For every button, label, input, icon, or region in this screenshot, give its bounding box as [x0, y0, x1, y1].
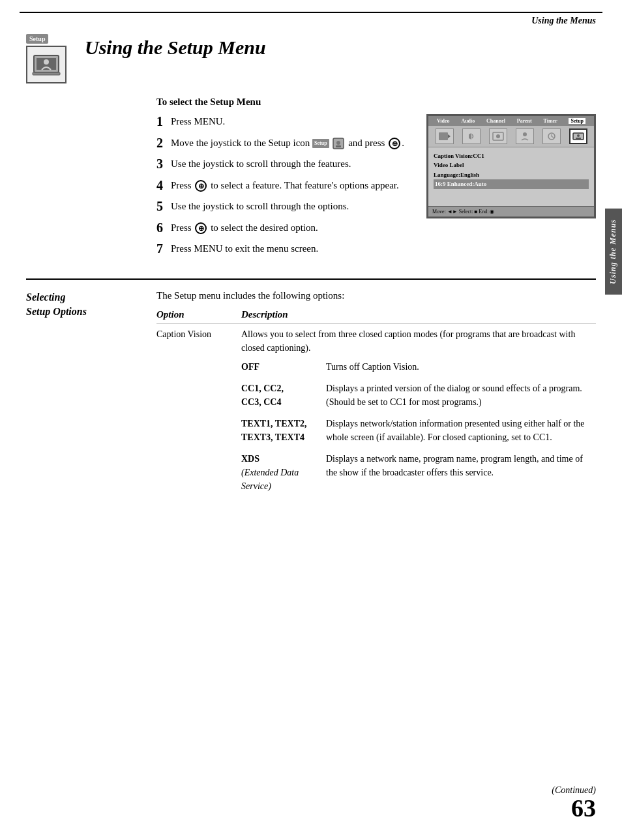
svg-point-14 — [577, 134, 580, 137]
tv-tab-audio: Audio — [461, 118, 475, 124]
tv-tab-timer: Timer — [544, 118, 557, 124]
tv-info-video: Video Label — [434, 160, 589, 170]
step-7: 7 Press MENU to exit the menu screen. — [156, 241, 413, 256]
options-table: Option Description Caption Vision Allows… — [156, 309, 596, 493]
section-label: Using the Menus — [0, 13, 622, 26]
step-num-4: 4 — [156, 178, 171, 192]
tv-tab-video: Video — [437, 118, 450, 124]
setup-icon-container: Setup — [26, 33, 73, 83]
sub-option-cc: CC1, CC2,CC3, CC4 Displays a printed ver… — [156, 382, 596, 409]
option-name-caption: Caption Vision — [156, 327, 241, 341]
step-2: 2 Move the joystick to the Setup icon Se… — [156, 136, 413, 151]
tv-icons-row — [428, 126, 594, 147]
tv-info: Caption Vision:CC1 Video Label Language:… — [428, 147, 594, 206]
step-num-3: 3 — [156, 157, 171, 171]
col-description-header: Description — [241, 309, 596, 320]
tv-info-ratio: 16:9 Enhanced:Auto — [434, 179, 589, 188]
step-num-7: 7 — [156, 241, 171, 256]
sub-option-name-text: TEXT1, TEXT2,TEXT3, TEXT4 — [241, 417, 326, 444]
selecting-left: Selecting Setup Options — [26, 290, 156, 501]
col-option-header: Option — [156, 309, 241, 320]
circle-btn-step4: ⊕ — [195, 180, 207, 192]
xds-italic-label: (Extended DataService) — [241, 468, 299, 491]
right-column: To select the Setup Menu 1 Press MENU. 2… — [156, 97, 596, 263]
instructions-list: 1 Press MENU. 2 Move the joystick to the… — [156, 114, 413, 263]
step-text-1: Press MENU. — [171, 114, 413, 129]
step-1: 1 Press MENU. — [156, 114, 413, 129]
instructions-header: To select the Setup Menu — [156, 97, 596, 108]
svg-rect-2 — [33, 72, 60, 75]
step-text-5: Use the joystick to scroll through the o… — [171, 199, 413, 214]
selecting-title: Selecting Setup Options — [26, 290, 156, 320]
setup-icon-box — [26, 46, 67, 83]
sub-option-name-xds: XDS (Extended DataService) — [241, 452, 326, 493]
sub-option-desc-xds: Displays a network name, program name, p… — [326, 452, 596, 479]
setup-badge: Setup — [26, 34, 48, 44]
tv-info-language: Language:English — [434, 170, 589, 179]
tv-menu-bar: Video Audio Channel Parent Timer Setup — [428, 116, 594, 126]
sub-option-desc-text: Displays network/station information pre… — [326, 417, 596, 444]
sub-option-xds: XDS (Extended DataService) Displays a ne… — [156, 452, 596, 493]
sub-option-name-off: OFF — [241, 360, 326, 374]
step-5: 5 Use the joystick to scroll through the… — [156, 199, 413, 214]
tv-screen: Video Audio Channel Parent Timer Setup — [426, 114, 596, 218]
step-text-2: Move the joystick to the Setup icon Setu… — [171, 136, 413, 151]
step-num-1: 1 — [156, 114, 171, 128]
option-caption-vision: Caption Vision Allows you to select from… — [156, 327, 596, 355]
svg-marker-8 — [448, 134, 451, 138]
step-num-2: 2 — [156, 136, 171, 150]
page-header: Setup Using the Setup Menu — [26, 33, 596, 83]
main-layout: To select the Setup Menu 1 Press MENU. 2… — [26, 97, 596, 263]
sub-option-desc-cc: Displays a printed version of the dialog… — [326, 382, 596, 409]
svg-rect-15 — [576, 138, 581, 139]
options-intro: The Setup menu includes the following op… — [156, 290, 596, 301]
svg-rect-7 — [439, 132, 448, 140]
tv-icon-parent — [516, 128, 534, 144]
step-text-4: Press ⊕ to select a feature. That featur… — [171, 178, 413, 193]
selecting-section: Selecting Setup Options The Setup menu i… — [26, 290, 596, 501]
tv-icon-audio — [462, 128, 481, 144]
sub-option-text: TEXT1, TEXT2,TEXT3, TEXT4 Displays netwo… — [156, 417, 596, 444]
tv-tab-parent: Parent — [517, 118, 532, 124]
tv-info-caption: Caption Vision:CC1 — [434, 151, 589, 160]
setup-icon-svg — [31, 50, 61, 79]
selecting-right: The Setup menu includes the following op… — [156, 290, 596, 501]
page-title: Using the Setup Menu — [85, 33, 266, 59]
svg-point-5 — [336, 141, 340, 145]
svg-point-3 — [44, 59, 49, 65]
step-num-5: 5 — [156, 199, 171, 213]
step-3: 3 Use the joystick to scroll through the… — [156, 157, 413, 172]
tv-tab-channel: Channel — [486, 118, 505, 124]
options-header-row: Option Description — [156, 309, 596, 323]
footer: (Continued) 63 — [552, 785, 596, 820]
step-text-7: Press MENU to exit the menu screen. — [171, 241, 413, 256]
sub-option-name-cc: CC1, CC2,CC3, CC4 — [241, 382, 326, 409]
setup-mini-badge: Setup — [312, 139, 329, 148]
option-desc-caption: Allows you to select from three closed c… — [241, 327, 596, 355]
step-text-6: Press ⊕ to select the desired option. — [171, 220, 413, 235]
tv-bottom-bar: Move: ◄► Select: ■ End: ◉ — [428, 206, 594, 217]
tv-icon-video — [436, 128, 454, 144]
tv-icon-setup-active — [569, 128, 587, 144]
tv-info-spacer — [434, 189, 589, 202]
side-tab: Using the Menus — [605, 209, 622, 295]
step-num-6: 6 — [156, 220, 171, 235]
step-6: 6 Press ⊕ to select the desired option. — [156, 220, 413, 235]
tv-tab-setup: Setup — [569, 118, 585, 124]
svg-rect-6 — [336, 145, 341, 147]
page-number: 63 — [552, 796, 596, 820]
svg-point-10 — [496, 134, 500, 138]
instructions-and-screen: 1 Press MENU. 2 Move the joystick to the… — [156, 114, 596, 263]
left-column — [26, 97, 156, 263]
circle-btn-step6: ⊕ — [195, 222, 207, 234]
tv-icon-channel — [489, 128, 507, 144]
setup-mini-icon — [333, 138, 344, 149]
circle-btn-step2: ⊕ — [389, 138, 400, 149]
section-divider — [26, 278, 596, 280]
tv-icon-timer — [542, 128, 561, 144]
svg-point-11 — [523, 132, 527, 136]
step-text-3: Use the joystick to scroll through the f… — [171, 157, 413, 172]
sub-option-off: OFF Turns off Caption Vision. — [156, 360, 596, 374]
step-4: 4 Press ⊕ to select a feature. That feat… — [156, 178, 413, 193]
sub-option-desc-off: Turns off Caption Vision. — [326, 360, 596, 374]
